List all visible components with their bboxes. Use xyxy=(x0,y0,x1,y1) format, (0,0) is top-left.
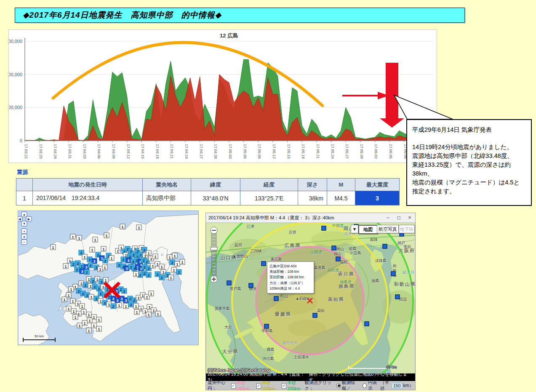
station-marker[interactable] xyxy=(336,257,340,261)
station-marker[interactable] xyxy=(322,226,326,230)
intensity-marker: 1 xyxy=(71,309,76,314)
page-title: ◆2017年6月14日地震発生 高知県中部 的中情報◆ xyxy=(23,10,221,21)
cell-index: 1 xyxy=(16,191,33,205)
table-row: 1 2017/06/14 19:24:33.4 高知県中部 33°48.0′N … xyxy=(16,191,400,205)
station-marker[interactable] xyxy=(261,261,266,266)
place-label: 益田 xyxy=(235,243,242,247)
intensity-value: 1 xyxy=(168,256,171,260)
checkbox-radius-150km[interactable]: ✓ xyxy=(256,383,261,389)
station-marker[interactable] xyxy=(274,296,278,301)
map-viewport[interactable]: 江津益田三段峡山口県▲青野山庄原広島県岡山県吉井川岡山福山東広島前島小豆島高松姫… xyxy=(206,223,415,373)
intensity-marker: 1 xyxy=(77,235,82,240)
pan-right-button[interactable]: ▶ xyxy=(26,216,32,221)
intensity-value: 2 xyxy=(89,264,91,268)
zoom-out-button[interactable]: − xyxy=(21,240,27,245)
map-window-titlebar[interactable]: 2017/06/14 19:24 高知県中部 M：4.4（震度： 3）深さ:40… xyxy=(206,213,415,223)
road-label: 徳島道 xyxy=(340,280,352,284)
intensity-value: 1 xyxy=(136,310,138,315)
close-button[interactable]: × xyxy=(404,213,415,222)
intensity-value: 1 xyxy=(70,288,72,292)
checkbox-radius-100km[interactable]: ✓ xyxy=(231,383,236,389)
center-button[interactable]: ● xyxy=(21,234,27,239)
intensity-value: 2 xyxy=(146,260,148,264)
intensity-value: 1 xyxy=(88,319,91,323)
intensity-value: 1 xyxy=(137,296,139,300)
cell-latitude: 33°48.0′N xyxy=(191,191,240,205)
intensity-value: 1 xyxy=(78,236,80,240)
station-marker[interactable] xyxy=(332,246,336,250)
station-marker[interactable] xyxy=(227,281,231,285)
intensity-marker: 1 xyxy=(104,233,109,238)
intensity-marker: 2 xyxy=(122,288,127,293)
intensity-value: 1 xyxy=(72,235,74,239)
intensity-value: 1 xyxy=(94,238,96,242)
station-marker[interactable] xyxy=(365,322,369,326)
zoom-track-bg xyxy=(211,227,217,283)
radio-circle-display[interactable] xyxy=(363,383,367,388)
maximize-button[interactable]: □ xyxy=(393,213,404,222)
cell-datetime: 2017/06/14 19:24:33.4 xyxy=(33,191,143,205)
plus-icon-v xyxy=(213,277,214,281)
cell-epicenter-name: 高知県中部 xyxy=(143,191,191,205)
zoom-slider[interactable] xyxy=(208,225,219,284)
radius-suffix: km） xyxy=(403,383,414,389)
intensity-value: 2 xyxy=(80,264,83,269)
map-type-button-map[interactable]: 地図 xyxy=(358,225,378,234)
place-label: 高知 xyxy=(317,309,325,313)
island xyxy=(103,273,105,275)
chart-title: 12 広島 xyxy=(220,32,238,39)
intensity-value: 2 xyxy=(95,266,97,270)
prefecture-label: 香川県 xyxy=(338,272,355,277)
nav-button-icon: ◀ xyxy=(18,217,21,221)
station-marker-box xyxy=(313,313,317,317)
intensity-value: 1 xyxy=(99,299,101,304)
intensity-marker: 2 xyxy=(128,302,133,307)
station-marker[interactable] xyxy=(313,313,317,317)
intensity-marker: 1 xyxy=(102,265,107,270)
nav-button-icon: ● xyxy=(23,235,25,239)
intensity-marker: 2 xyxy=(75,267,80,272)
station-marker[interactable] xyxy=(249,283,253,288)
intensity-value: 1 xyxy=(72,309,75,314)
map-control-bar: 震央中心円： ✓ 半径100km ✓ 半径150km ✓ 半径200km 観測点… xyxy=(206,381,415,390)
intensity-value: 1 xyxy=(170,276,172,280)
tooltip-line: 実効距離：108.68 km xyxy=(269,275,312,280)
intensity-marker: 1 xyxy=(90,247,95,252)
intensity-value: 1 xyxy=(88,313,90,317)
intensity-marker: 2 xyxy=(121,257,126,262)
radius-input[interactable]: 150 xyxy=(392,383,403,389)
intensity-value: 2 xyxy=(104,259,106,263)
intensity-marker: 1 xyxy=(167,255,172,260)
map-menu-dropdown-icon[interactable]: ▼ xyxy=(351,225,358,233)
intensity-value: 1 xyxy=(150,257,152,261)
intensity-marker: 2 xyxy=(138,252,143,257)
minimize-button[interactable]: − xyxy=(382,213,393,222)
x-axis-label: 17.05.27 xyxy=(345,144,349,159)
intensity-value: 3 xyxy=(116,299,118,303)
station-click-label: 観測点クリック： xyxy=(305,380,333,392)
station-marker[interactable] xyxy=(264,324,269,328)
station-marker-box xyxy=(391,272,395,276)
station-marker[interactable] xyxy=(391,272,395,276)
zoom-handle[interactable] xyxy=(211,247,217,250)
map-type-button-aerial[interactable]: 航空写真 xyxy=(377,225,399,233)
intensity-marker: 2 xyxy=(146,272,151,277)
intensity-value: 1 xyxy=(67,307,69,311)
pan-up-button[interactable]: ▲ xyxy=(21,212,27,217)
radio-observation-info[interactable] xyxy=(336,383,341,388)
pan-down-button[interactable]: ▼ xyxy=(21,221,27,226)
station-marker[interactable] xyxy=(383,244,387,248)
intensity-map[interactable]: 1111111121123212212321232223211112221212… xyxy=(18,211,199,345)
pan-left-button[interactable]: ◀ xyxy=(18,216,22,221)
page-title-banner: ◆2017年6月14日地震発生 高知県中部 的中情報◆ xyxy=(15,8,465,23)
intensity-value: 2 xyxy=(77,289,80,293)
station-marker[interactable] xyxy=(395,295,400,299)
intensity-value: 1 xyxy=(152,264,154,268)
intensity-value: 2 xyxy=(86,293,88,298)
intensity-value: 2 xyxy=(100,280,102,284)
intensity-value: 1 xyxy=(88,277,90,282)
intensity-marker: 1 xyxy=(70,234,75,239)
island xyxy=(161,254,163,256)
zoom-in-button[interactable]: ＋ xyxy=(21,229,27,234)
checkbox-radius-200km[interactable]: ✓ xyxy=(282,383,286,389)
